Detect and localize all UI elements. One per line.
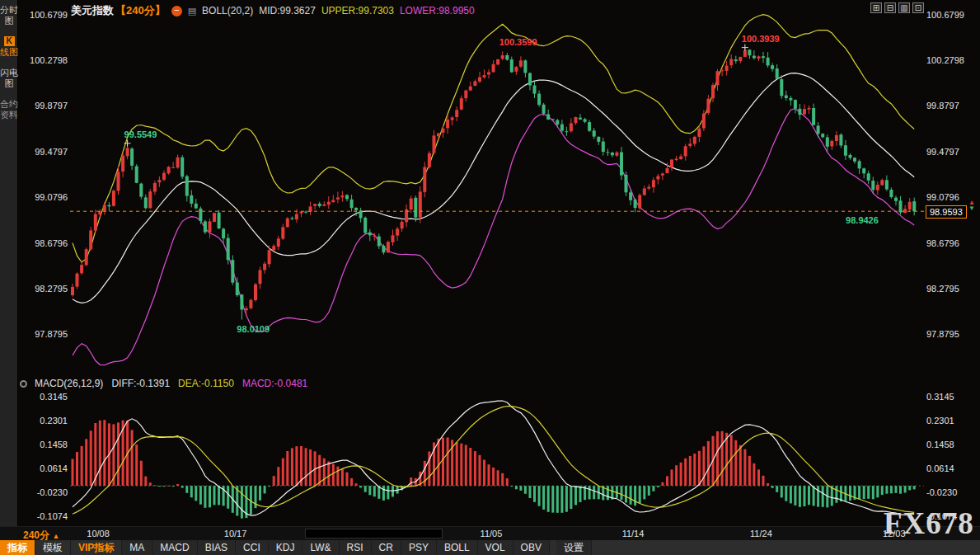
toolbar-item-indicators[interactable]: 指标 [0,540,35,555]
macd-axis-label-right: -0.0230 [926,487,957,497]
macd-axis-label-left: -0.0230 [20,487,68,497]
price-axis-label-right: 99.8797 [926,101,959,111]
price-axis-label-left: 99.0796 [20,192,68,202]
toolbar-item-lwr[interactable]: LW& [302,540,339,555]
k-badge: K [4,36,15,46]
toolbar-item-macd[interactable]: MACD [152,540,197,555]
time-axis-label: 11/14 [622,529,645,539]
time-axis-label: 11/24 [750,529,772,539]
toolbar-item-settings[interactable]: 设置 [556,540,592,555]
boll-mid-value: MID:99.3627 [259,5,316,16]
macd-axis-label-right: 0.0614 [926,463,954,473]
macd-axis-label-left: 0.3145 [20,392,68,402]
kline-tab-label: 线图 [0,47,18,57]
price-axis-label-right: 100.6799 [926,10,964,20]
toolbar-item-templates[interactable]: 模板 [35,540,71,555]
indicator-chip-icon: ▤ [188,6,196,16]
macd-diff-value: DIFF:-0.1391 [111,378,170,389]
macd-axis-label-right: 0.2301 [926,416,954,426]
macd-axis-label-right: 0.1458 [926,440,954,449]
toolbar-item-ma[interactable]: MA [122,540,152,555]
toolbar-item-kdj[interactable]: KDJ [269,540,303,555]
window-layout-controls: ⊞ ⊟ ▥ ⊡ [870,2,924,13]
macd-dea-value: DEA:-0.1150 [178,378,234,389]
time-axis: 240分 ▲ 10/0810/1711/0511/1411/2412/03 [0,526,980,540]
price-axis-label-left: 100.2798 [20,55,68,65]
annotation-100.3939: 100.3939 [742,34,780,44]
horizontal-scrollbar-thumb[interactable] [305,529,443,539]
price-axis-label-right: 98.2795 [926,284,959,294]
current-price-box: 98.9593 [926,205,967,219]
price-axis-label-right: 99.0796 [926,192,959,202]
toolbar-item-cci[interactable]: CCI [236,540,269,555]
toolbar-item-rsi[interactable]: RSI [340,540,372,555]
annotation-100.3599: 100.3599 [499,37,537,47]
macd-axis-label-left: 0.0614 [20,463,68,473]
annotation-99.5549: 99.5549 [124,129,157,139]
toolbar-item-bias[interactable]: BIAS [198,540,236,555]
bottom-toolbar: 指标模板VIP指标MAMACDBIASCCIKDJLW&RSICRPSYBOLL… [0,540,980,555]
chart-canvas[interactable] [0,0,980,540]
sidebar-tab-contract-info[interactable]: 合约资料 [0,99,18,120]
layout-split-horizontal-icon[interactable]: ⊟ [884,2,896,13]
price-axis-label-left: 100.6799 [20,10,68,20]
sidebar-tab-time-chart[interactable]: 分时图 [0,5,18,26]
price-direction-icon: ▲▼ [968,200,975,211]
toolbar-item-boll[interactable]: BOLL [437,540,478,555]
toolbar-item-vol[interactable]: VOL [478,540,513,555]
time-axis-label: 11/05 [481,529,503,539]
sidebar-tab-kline-chart[interactable]: K线图 [0,36,18,58]
time-axis-label: 10/17 [224,529,247,539]
toolbar-item-vip-indicators[interactable]: VIP指标 [71,540,122,555]
time-axis-label: 10/08 [87,529,110,539]
macd-axis-label-left: -0.1074 [20,511,68,521]
price-axis-label-right: 99.4797 [926,147,959,157]
left-sidebar: 分时图 K线图 闪电图 合约资料 [0,0,18,526]
price-axis-label-left: 98.2795 [20,284,68,294]
price-axis-label-left: 98.6796 [20,238,68,248]
macd-panel-toggle-icon[interactable] [20,380,27,388]
watermark: FX678 [884,506,974,541]
price-axis-label-left: 99.8797 [20,101,68,111]
macd-indicator-label: MACD(26,12,9) [35,378,103,389]
layout-split-vertical-icon[interactable]: ▥ [898,2,910,13]
boll-indicator-label: BOLL(20,2) [202,5,253,16]
toolbar-item-obv[interactable]: OBV [513,540,550,555]
sidebar-tab-lightning-chart[interactable]: 闪电图 [0,68,18,89]
price-axis-label-right: 97.8795 [926,329,959,339]
macd-axis-label-left: 0.1458 [20,440,68,449]
annotation-98.9426: 98.9426 [846,215,879,225]
layout-single-icon[interactable]: ⊡ [912,2,924,13]
toolbar-item-cr[interactable]: CR [372,540,401,555]
chevron-up-icon: ▲ [52,532,59,540]
price-axis-label-right: 100.2798 [926,55,964,65]
trading-app: 分时图 K线图 闪电图 合约资料 美元指数 【240分】 − ▤ BOLL(20… [0,0,980,555]
price-axis-label-right: 98.6796 [926,238,959,248]
remove-overlay-icon[interactable]: − [171,6,182,16]
price-axis-label-left: 99.4797 [20,147,68,157]
chart-header: 美元指数 【240分】 − ▤ BOLL(20,2) MID:99.3627 U… [71,3,475,18]
macd-axis-label-right: 0.3145 [926,392,954,402]
annotation-98.0109: 98.0109 [237,324,270,334]
period-tag: 【240分】 [115,3,166,18]
boll-upper-value: UPPER:99.7303 [321,5,394,16]
toolbar-item-psy[interactable]: PSY [401,540,437,555]
macd-axis-label-left: 0.2301 [20,416,68,426]
layout-grid-icon[interactable]: ⊞ [870,2,882,13]
macd-header: MACD(26,12,9) DIFF:-0.1391 DEA:-0.1150 M… [35,378,307,389]
macd-macd-value: MACD:-0.0481 [242,378,307,389]
boll-lower-value: LOWER:98.9950 [400,5,475,16]
price-axis-label-left: 97.8795 [20,329,68,339]
symbol-title: 美元指数 [71,3,114,18]
